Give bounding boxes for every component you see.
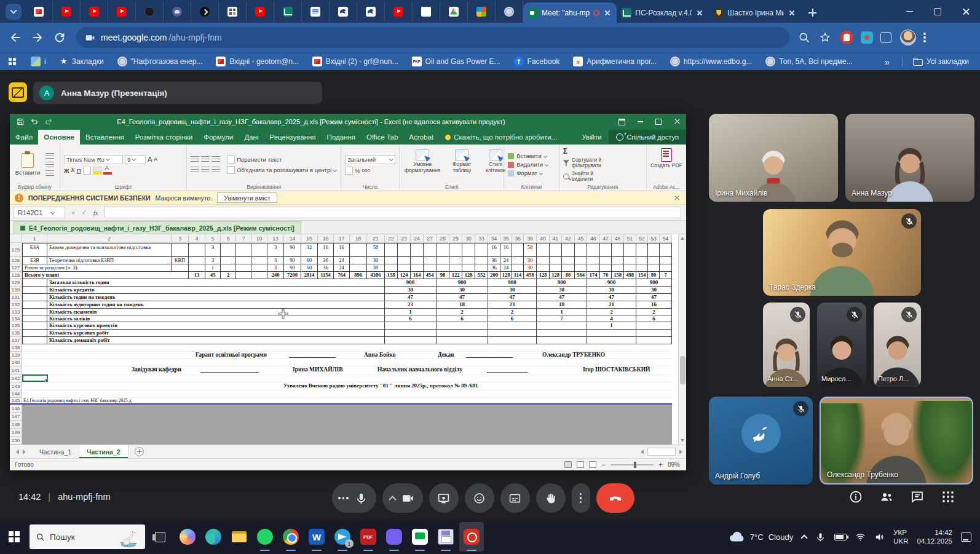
- zoom-level[interactable]: 89%: [668, 461, 680, 468]
- reload-icon[interactable]: [53, 31, 66, 44]
- cell[interactable]: 23: [488, 301, 537, 309]
- cell[interactable]: Кількість аудиторних годин на тиждень: [47, 301, 385, 309]
- row-header[interactable]: 143: [10, 382, 22, 390]
- row-header[interactable]: 128: [10, 272, 22, 279]
- cell[interactable]: [624, 243, 636, 257]
- align-left-icon[interactable]: [191, 167, 199, 173]
- warning-close-icon[interactable]: [673, 194, 681, 202]
- row-header[interactable]: 127: [10, 264, 22, 272]
- task-view-button[interactable]: [148, 520, 172, 554]
- taskbar-app-chrome[interactable]: [279, 522, 303, 552]
- ribbon-tab-Дані[interactable]: Дані: [239, 130, 264, 144]
- cell[interactable]: [587, 243, 600, 257]
- cell[interactable]: 1: [205, 264, 221, 272]
- cell[interactable]: [587, 337, 636, 344]
- cell[interactable]: [398, 257, 411, 264]
- cell[interactable]: 900: [636, 279, 672, 287]
- column-header[interactable]: 51: [624, 234, 636, 243]
- cell[interactable]: 122: [449, 272, 462, 279]
- scrollbar-thumb[interactable]: [680, 356, 686, 384]
- cell[interactable]: [411, 243, 424, 257]
- pinned-tab-chev[interactable]: [191, 1, 219, 22]
- cell[interactable]: 24: [334, 264, 350, 272]
- close-tab-icon[interactable]: [603, 9, 612, 17]
- ribbon-tab-Office Tab[interactable]: Office Tab: [361, 130, 403, 144]
- cell[interactable]: 23: [385, 301, 437, 309]
- column-header[interactable]: 45: [575, 234, 587, 243]
- cell[interactable]: Всього у плані: [22, 272, 189, 279]
- autosum-icon[interactable]: Σ: [563, 147, 567, 156]
- cell[interactable]: [437, 330, 488, 337]
- cell[interactable]: [398, 264, 411, 272]
- column-header[interactable]: 52: [636, 234, 648, 243]
- column-header[interactable]: 36: [512, 234, 524, 243]
- scroll-up-icon[interactable]: [681, 237, 684, 240]
- cell[interactable]: [550, 257, 562, 264]
- participant-tile-1[interactable]: Ірина Михайлів: [709, 114, 838, 202]
- pinned-tab-bird[interactable]: [330, 1, 357, 22]
- column-header[interactable]: 48: [612, 234, 624, 243]
- sign-in-button[interactable]: Увійти: [574, 133, 609, 141]
- column-header[interactable]: 39: [524, 234, 537, 243]
- scroll-down-icon[interactable]: [681, 439, 684, 442]
- cell[interactable]: 6: [636, 315, 672, 322]
- close-tab-icon[interactable]: [695, 9, 704, 17]
- cell[interactable]: 1: [385, 309, 437, 315]
- wifi-icon[interactable]: [855, 532, 866, 542]
- cell[interactable]: 30: [488, 287, 537, 294]
- cell[interactable]: 47: [537, 294, 587, 301]
- cell[interactable]: БЗА: [22, 243, 47, 257]
- cell[interactable]: [449, 264, 462, 272]
- participant-tile-8[interactable]: Олександр Трубенко: [820, 397, 973, 485]
- cell[interactable]: 47: [587, 294, 636, 301]
- cell[interactable]: 30: [437, 287, 488, 294]
- pinned-tab-youtube[interactable]: [53, 1, 81, 22]
- cell[interactable]: 1: [587, 322, 636, 330]
- cell[interactable]: [550, 243, 562, 257]
- cell[interactable]: [22, 301, 47, 309]
- cell[interactable]: Кількість домашніх робіт: [47, 337, 385, 344]
- participant-tile-3[interactable]: Тарас Здерка: [763, 209, 921, 296]
- column-header[interactable]: 13: [267, 234, 284, 243]
- cell[interactable]: 2814: [301, 272, 318, 279]
- page-break-icon[interactable]: [589, 461, 596, 468]
- cell[interactable]: 3: [205, 243, 221, 257]
- cell[interactable]: 30: [587, 287, 636, 294]
- sheet-tab-Частина_2[interactable]: Частина_2: [79, 445, 128, 458]
- cell[interactable]: 90: [284, 257, 301, 264]
- cell[interactable]: [636, 243, 648, 257]
- enable-content-button[interactable]: Увімкнути вміст: [217, 192, 277, 203]
- taskbar-app-whatsapp[interactable]: [253, 522, 277, 552]
- cell[interactable]: 80: [648, 272, 660, 279]
- column-header[interactable]: 22: [385, 234, 398, 243]
- row-header[interactable]: 142: [10, 375, 22, 382]
- pinned-tab-docs[interactable]: [302, 1, 330, 22]
- cell[interactable]: 16: [636, 301, 672, 309]
- cell[interactable]: [475, 264, 488, 272]
- cell[interactable]: 154: [636, 272, 648, 279]
- cell[interactable]: 30: [636, 287, 672, 294]
- cell[interactable]: [398, 243, 411, 257]
- column-header[interactable]: 1: [22, 234, 47, 243]
- camera-options-icon[interactable]: [389, 496, 397, 504]
- bookmark-item[interactable]: Вхідні (2) - grf@nun...: [312, 57, 398, 66]
- cell[interactable]: 2: [636, 309, 672, 315]
- extensions-icon[interactable]: [880, 32, 891, 43]
- speaker-icon[interactable]: [874, 532, 885, 542]
- cell[interactable]: 498: [624, 272, 636, 279]
- sheet-prev-icon[interactable]: [16, 449, 19, 454]
- cell[interactable]: [251, 264, 267, 272]
- pinned-tab-grid[interactable]: [468, 1, 496, 22]
- cell[interactable]: [562, 264, 575, 272]
- column-header[interactable]: 10: [251, 234, 267, 243]
- row-header[interactable]: 146: [10, 405, 22, 413]
- row-body[interactable]: [22, 359, 672, 366]
- participant-tile-6[interactable]: Петро Л...: [874, 303, 921, 387]
- cell[interactable]: 30: [524, 264, 537, 272]
- excel-restore-button[interactable]: [649, 114, 668, 130]
- taskbar-app-file-explorer[interactable]: [227, 522, 251, 552]
- cell[interactable]: 564: [575, 272, 587, 279]
- taskbar-app-copilot[interactable]: [175, 522, 200, 552]
- cell[interactable]: [462, 243, 475, 257]
- row-header[interactable]: 139: [10, 352, 22, 359]
